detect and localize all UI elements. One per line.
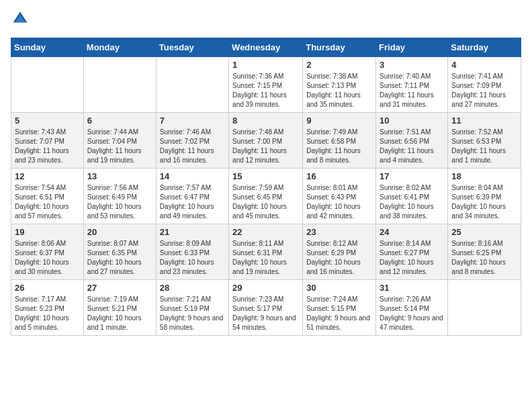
- day-number: 17: [380, 171, 444, 181]
- calendar-cell: 27Sunrise: 7:19 AM Sunset: 5:21 PM Dayli…: [83, 280, 156, 336]
- calendar-cell: 7Sunrise: 7:46 AM Sunset: 7:02 PM Daylig…: [156, 113, 228, 169]
- logo-icon: [12, 11, 28, 27]
- day-number: 29: [232, 283, 299, 293]
- day-info: Sunrise: 8:02 AM Sunset: 6:41 PM Dayligh…: [380, 183, 444, 221]
- weekday-header-thursday: Thursday: [303, 38, 376, 57]
- logo: [11, 11, 30, 30]
- calendar-cell: 26Sunrise: 7:17 AM Sunset: 5:23 PM Dayli…: [11, 280, 84, 336]
- day-number: 6: [87, 116, 152, 126]
- day-info: Sunrise: 8:16 AM Sunset: 6:25 PM Dayligh…: [451, 239, 517, 277]
- day-number: 2: [306, 60, 372, 70]
- weekday-header-friday: Friday: [376, 38, 448, 57]
- day-info: Sunrise: 7:54 AM Sunset: 6:51 PM Dayligh…: [15, 183, 80, 221]
- calendar-cell: 18Sunrise: 8:04 AM Sunset: 6:39 PM Dayli…: [448, 169, 521, 224]
- day-info: Sunrise: 7:41 AM Sunset: 7:09 PM Dayligh…: [451, 72, 517, 109]
- calendar-table: SundayMondayTuesdayWednesdayThursdayFrid…: [11, 38, 521, 336]
- day-info: Sunrise: 8:11 AM Sunset: 6:31 PM Dayligh…: [232, 239, 299, 277]
- calendar-cell: 20Sunrise: 8:07 AM Sunset: 6:35 PM Dayli…: [83, 224, 156, 280]
- day-number: 7: [160, 116, 225, 126]
- calendar-cell: 8Sunrise: 7:48 AM Sunset: 7:00 PM Daylig…: [229, 113, 303, 169]
- day-number: 15: [232, 171, 299, 181]
- day-info: Sunrise: 7:57 AM Sunset: 6:47 PM Dayligh…: [160, 183, 225, 221]
- day-number: 31: [380, 283, 444, 293]
- weekday-header-row: SundayMondayTuesdayWednesdayThursdayFrid…: [11, 38, 521, 57]
- day-info: Sunrise: 7:40 AM Sunset: 7:11 PM Dayligh…: [380, 72, 444, 109]
- calendar-cell: 3Sunrise: 7:40 AM Sunset: 7:11 PM Daylig…: [376, 57, 448, 113]
- day-info: Sunrise: 7:23 AM Sunset: 5:17 PM Dayligh…: [232, 295, 299, 332]
- calendar-cell: 21Sunrise: 8:09 AM Sunset: 6:33 PM Dayli…: [156, 224, 228, 280]
- weekday-header-tuesday: Tuesday: [156, 38, 228, 57]
- day-info: Sunrise: 7:52 AM Sunset: 6:53 PM Dayligh…: [451, 128, 517, 165]
- calendar-cell: [448, 280, 521, 336]
- day-info: Sunrise: 7:44 AM Sunset: 7:04 PM Dayligh…: [87, 128, 152, 165]
- day-info: Sunrise: 7:49 AM Sunset: 6:58 PM Dayligh…: [306, 128, 372, 165]
- day-info: Sunrise: 7:19 AM Sunset: 5:21 PM Dayligh…: [87, 295, 152, 332]
- day-number: 26: [15, 283, 80, 293]
- calendar-cell: [11, 57, 84, 113]
- day-number: 18: [451, 171, 517, 181]
- day-number: 20: [87, 227, 152, 237]
- day-number: 19: [15, 227, 80, 237]
- calendar-cell: 11Sunrise: 7:52 AM Sunset: 6:53 PM Dayli…: [448, 113, 521, 169]
- day-info: Sunrise: 7:48 AM Sunset: 7:00 PM Dayligh…: [232, 128, 299, 165]
- calendar-cell: 30Sunrise: 7:24 AM Sunset: 5:15 PM Dayli…: [303, 280, 376, 336]
- day-info: Sunrise: 7:46 AM Sunset: 7:02 PM Dayligh…: [160, 128, 225, 165]
- day-number: 1: [232, 60, 299, 70]
- day-info: Sunrise: 7:36 AM Sunset: 7:15 PM Dayligh…: [232, 72, 299, 109]
- calendar-cell: 10Sunrise: 7:51 AM Sunset: 6:56 PM Dayli…: [376, 113, 448, 169]
- calendar-week-row: 5Sunrise: 7:43 AM Sunset: 7:07 PM Daylig…: [11, 113, 521, 169]
- day-info: Sunrise: 7:59 AM Sunset: 6:45 PM Dayligh…: [232, 183, 299, 221]
- calendar-cell: 5Sunrise: 7:43 AM Sunset: 7:07 PM Daylig…: [11, 113, 84, 169]
- day-info: Sunrise: 8:14 AM Sunset: 6:27 PM Dayligh…: [380, 239, 444, 277]
- weekday-header-wednesday: Wednesday: [229, 38, 303, 57]
- calendar-cell: 24Sunrise: 8:14 AM Sunset: 6:27 PM Dayli…: [376, 224, 448, 280]
- calendar-cell: 4Sunrise: 7:41 AM Sunset: 7:09 PM Daylig…: [448, 57, 521, 113]
- calendar-week-row: 26Sunrise: 7:17 AM Sunset: 5:23 PM Dayli…: [11, 280, 521, 336]
- calendar-cell: [156, 57, 228, 113]
- calendar-cell: 25Sunrise: 8:16 AM Sunset: 6:25 PM Dayli…: [448, 224, 521, 280]
- weekday-header-saturday: Saturday: [448, 38, 521, 57]
- day-info: Sunrise: 8:01 AM Sunset: 6:43 PM Dayligh…: [306, 183, 372, 221]
- day-info: Sunrise: 7:43 AM Sunset: 7:07 PM Dayligh…: [15, 128, 80, 165]
- calendar-cell: 28Sunrise: 7:21 AM Sunset: 5:19 PM Dayli…: [156, 280, 228, 336]
- page-header: [11, 11, 521, 30]
- day-number: 28: [160, 283, 225, 293]
- day-number: 30: [306, 283, 372, 293]
- day-info: Sunrise: 8:09 AM Sunset: 6:33 PM Dayligh…: [160, 239, 225, 277]
- day-number: 12: [15, 171, 80, 181]
- day-number: 4: [451, 60, 517, 70]
- day-info: Sunrise: 7:51 AM Sunset: 6:56 PM Dayligh…: [380, 128, 444, 165]
- day-number: 16: [306, 171, 372, 181]
- day-number: 8: [232, 116, 299, 126]
- calendar-cell: 17Sunrise: 8:02 AM Sunset: 6:41 PM Dayli…: [376, 169, 448, 224]
- day-info: Sunrise: 7:26 AM Sunset: 5:14 PM Dayligh…: [380, 295, 444, 332]
- day-info: Sunrise: 7:24 AM Sunset: 5:15 PM Dayligh…: [306, 295, 372, 332]
- day-info: Sunrise: 8:07 AM Sunset: 6:35 PM Dayligh…: [87, 239, 152, 277]
- calendar-cell: 29Sunrise: 7:23 AM Sunset: 5:17 PM Dayli…: [229, 280, 303, 336]
- day-info: Sunrise: 7:56 AM Sunset: 6:49 PM Dayligh…: [87, 183, 152, 221]
- calendar-cell: 14Sunrise: 7:57 AM Sunset: 6:47 PM Dayli…: [156, 169, 228, 224]
- day-info: Sunrise: 7:17 AM Sunset: 5:23 PM Dayligh…: [15, 295, 80, 332]
- day-number: 14: [160, 171, 225, 181]
- calendar-week-row: 19Sunrise: 8:06 AM Sunset: 6:37 PM Dayli…: [11, 224, 521, 280]
- calendar-cell: 15Sunrise: 7:59 AM Sunset: 6:45 PM Dayli…: [229, 169, 303, 224]
- day-info: Sunrise: 8:06 AM Sunset: 6:37 PM Dayligh…: [15, 239, 80, 277]
- calendar-cell: [83, 57, 156, 113]
- calendar-cell: 31Sunrise: 7:26 AM Sunset: 5:14 PM Dayli…: [376, 280, 448, 336]
- calendar-cell: 22Sunrise: 8:11 AM Sunset: 6:31 PM Dayli…: [229, 224, 303, 280]
- weekday-header-monday: Monday: [83, 38, 156, 57]
- calendar-cell: 1Sunrise: 7:36 AM Sunset: 7:15 PM Daylig…: [229, 57, 303, 113]
- calendar-cell: 23Sunrise: 8:12 AM Sunset: 6:29 PM Dayli…: [303, 224, 376, 280]
- day-number: 24: [380, 227, 444, 237]
- calendar-cell: 6Sunrise: 7:44 AM Sunset: 7:04 PM Daylig…: [83, 113, 156, 169]
- day-info: Sunrise: 8:04 AM Sunset: 6:39 PM Dayligh…: [451, 183, 517, 221]
- day-number: 11: [451, 116, 517, 126]
- day-info: Sunrise: 7:38 AM Sunset: 7:13 PM Dayligh…: [306, 72, 372, 109]
- calendar-week-row: 12Sunrise: 7:54 AM Sunset: 6:51 PM Dayli…: [11, 169, 521, 224]
- calendar-cell: 2Sunrise: 7:38 AM Sunset: 7:13 PM Daylig…: [303, 57, 376, 113]
- day-number: 9: [306, 116, 372, 126]
- day-number: 3: [380, 60, 444, 70]
- day-number: 27: [87, 283, 152, 293]
- calendar-week-row: 1Sunrise: 7:36 AM Sunset: 7:15 PM Daylig…: [11, 57, 521, 113]
- day-number: 25: [451, 227, 517, 237]
